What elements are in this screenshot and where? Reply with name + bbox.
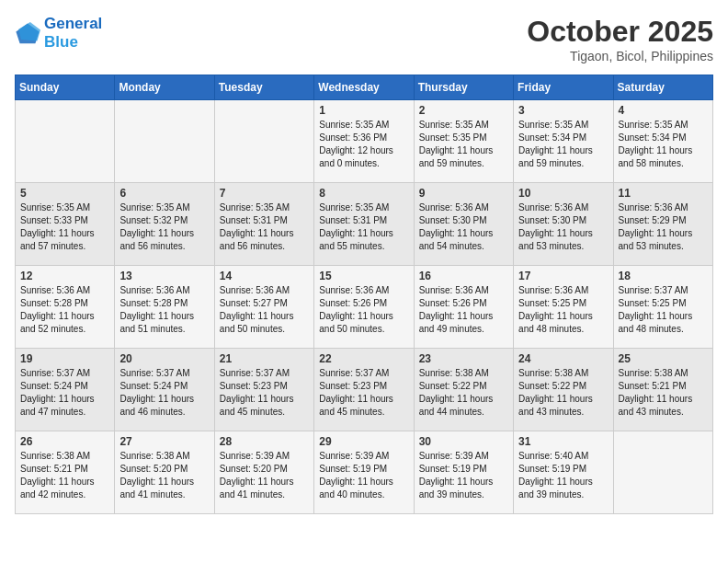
weekday-header-tuesday: Tuesday xyxy=(214,75,313,100)
calendar-cell: 20Sunrise: 5:37 AM Sunset: 5:24 PM Dayli… xyxy=(115,349,214,431)
day-number: 1 xyxy=(319,104,408,117)
logo-icon xyxy=(15,20,40,46)
location: Tigaon, Bicol, Philippines xyxy=(527,49,713,63)
day-number: 3 xyxy=(518,104,608,117)
calendar-cell: 12Sunrise: 5:36 AM Sunset: 5:28 PM Dayli… xyxy=(16,266,115,349)
day-number: 7 xyxy=(220,187,309,200)
calendar-table: SundayMondayTuesdayWednesdayThursdayFrid… xyxy=(15,75,713,514)
day-number: 2 xyxy=(419,104,508,117)
weekday-header-thursday: Thursday xyxy=(414,75,513,100)
day-info: Sunrise: 5:36 AM Sunset: 5:28 PM Dayligh… xyxy=(20,284,109,336)
day-info: Sunrise: 5:38 AM Sunset: 5:21 PM Dayligh… xyxy=(619,367,708,419)
weekday-header-saturday: Saturday xyxy=(613,75,712,100)
day-info: Sunrise: 5:35 AM Sunset: 5:34 PM Dayligh… xyxy=(518,119,608,170)
day-info: Sunrise: 5:38 AM Sunset: 5:22 PM Dayligh… xyxy=(419,367,508,419)
day-number: 13 xyxy=(119,270,209,282)
calendar-cell: 2Sunrise: 5:35 AM Sunset: 5:35 PM Daylig… xyxy=(414,100,513,183)
day-number: 29 xyxy=(319,435,408,448)
calendar-cell: 19Sunrise: 5:37 AM Sunset: 5:24 PM Dayli… xyxy=(16,349,115,431)
calendar-cell: 4Sunrise: 5:35 AM Sunset: 5:34 PM Daylig… xyxy=(613,100,712,183)
day-info: Sunrise: 5:35 AM Sunset: 5:31 PM Dayligh… xyxy=(319,201,408,253)
day-number: 27 xyxy=(119,435,209,448)
month-title: October 2025 xyxy=(527,15,713,49)
day-number: 26 xyxy=(20,435,109,448)
day-number: 22 xyxy=(319,352,408,365)
calendar-cell: 15Sunrise: 5:36 AM Sunset: 5:26 PM Dayli… xyxy=(314,266,414,349)
day-number: 23 xyxy=(419,352,508,365)
calendar-cell: 3Sunrise: 5:35 AM Sunset: 5:34 PM Daylig… xyxy=(514,100,613,183)
day-info: Sunrise: 5:38 AM Sunset: 5:20 PM Dayligh… xyxy=(119,450,209,501)
calendar-cell: 26Sunrise: 5:38 AM Sunset: 5:21 PM Dayli… xyxy=(16,431,115,514)
day-info: Sunrise: 5:35 AM Sunset: 5:34 PM Dayligh… xyxy=(619,119,708,170)
day-info: Sunrise: 5:40 AM Sunset: 5:19 PM Dayligh… xyxy=(518,450,608,501)
calendar-cell: 6Sunrise: 5:35 AM Sunset: 5:32 PM Daylig… xyxy=(115,183,214,266)
calendar-cell: 11Sunrise: 5:36 AM Sunset: 5:29 PM Dayli… xyxy=(613,183,712,266)
weekday-header-sunday: Sunday xyxy=(16,75,115,100)
day-info: Sunrise: 5:36 AM Sunset: 5:26 PM Dayligh… xyxy=(419,284,508,336)
weekday-header-friday: Friday xyxy=(514,75,613,100)
day-number: 10 xyxy=(518,187,608,200)
day-number: 6 xyxy=(119,187,209,200)
calendar-header: SundayMondayTuesdayWednesdayThursdayFrid… xyxy=(16,75,713,100)
day-info: Sunrise: 5:35 AM Sunset: 5:35 PM Dayligh… xyxy=(419,119,508,170)
weekday-header-wednesday: Wednesday xyxy=(314,75,414,100)
day-info: Sunrise: 5:38 AM Sunset: 5:21 PM Dayligh… xyxy=(20,450,109,501)
day-number: 9 xyxy=(419,187,508,200)
calendar-cell xyxy=(214,100,313,183)
calendar-cell: 21Sunrise: 5:37 AM Sunset: 5:23 PM Dayli… xyxy=(214,349,313,431)
day-info: Sunrise: 5:36 AM Sunset: 5:29 PM Dayligh… xyxy=(619,201,708,253)
calendar-cell xyxy=(613,431,712,514)
day-info: Sunrise: 5:39 AM Sunset: 5:20 PM Dayligh… xyxy=(220,450,309,501)
calendar-cell: 24Sunrise: 5:38 AM Sunset: 5:22 PM Dayli… xyxy=(514,349,613,431)
day-number: 17 xyxy=(518,270,608,282)
weekday-header-row: SundayMondayTuesdayWednesdayThursdayFrid… xyxy=(16,75,713,100)
week-row-5: 26Sunrise: 5:38 AM Sunset: 5:21 PM Dayli… xyxy=(16,431,713,514)
calendar-cell: 17Sunrise: 5:36 AM Sunset: 5:25 PM Dayli… xyxy=(514,266,613,349)
day-info: Sunrise: 5:37 AM Sunset: 5:23 PM Dayligh… xyxy=(220,367,309,419)
calendar-cell: 30Sunrise: 5:39 AM Sunset: 5:19 PM Dayli… xyxy=(414,431,513,514)
calendar-cell: 9Sunrise: 5:36 AM Sunset: 5:30 PM Daylig… xyxy=(414,183,513,266)
calendar-cell: 13Sunrise: 5:36 AM Sunset: 5:28 PM Dayli… xyxy=(115,266,214,349)
calendar-cell: 27Sunrise: 5:38 AM Sunset: 5:20 PM Dayli… xyxy=(115,431,214,514)
day-info: Sunrise: 5:37 AM Sunset: 5:24 PM Dayligh… xyxy=(20,367,109,419)
day-number: 5 xyxy=(20,187,109,200)
day-number: 24 xyxy=(518,352,608,365)
calendar-cell: 31Sunrise: 5:40 AM Sunset: 5:19 PM Dayli… xyxy=(514,431,613,514)
page-header: General Blue October 2025 Tigaon, Bicol,… xyxy=(15,15,713,63)
day-number: 20 xyxy=(119,352,209,365)
day-info: Sunrise: 5:36 AM Sunset: 5:30 PM Dayligh… xyxy=(419,201,508,253)
calendar-cell: 25Sunrise: 5:38 AM Sunset: 5:21 PM Dayli… xyxy=(613,349,712,431)
calendar-cell xyxy=(16,100,115,183)
calendar-cell: 1Sunrise: 5:35 AM Sunset: 5:36 PM Daylig… xyxy=(314,100,414,183)
calendar-cell: 16Sunrise: 5:36 AM Sunset: 5:26 PM Dayli… xyxy=(414,266,513,349)
logo: General Blue xyxy=(15,15,102,52)
calendar-cell: 18Sunrise: 5:37 AM Sunset: 5:25 PM Dayli… xyxy=(613,266,712,349)
day-info: Sunrise: 5:37 AM Sunset: 5:25 PM Dayligh… xyxy=(619,284,708,336)
day-number: 28 xyxy=(220,435,309,448)
day-number: 30 xyxy=(419,435,508,448)
week-row-4: 19Sunrise: 5:37 AM Sunset: 5:24 PM Dayli… xyxy=(16,349,713,431)
day-number: 18 xyxy=(619,270,708,282)
day-info: Sunrise: 5:35 AM Sunset: 5:36 PM Dayligh… xyxy=(319,119,408,170)
title-block: October 2025 Tigaon, Bicol, Philippines xyxy=(527,15,713,63)
day-info: Sunrise: 5:39 AM Sunset: 5:19 PM Dayligh… xyxy=(319,450,408,501)
calendar-cell: 22Sunrise: 5:37 AM Sunset: 5:23 PM Dayli… xyxy=(314,349,414,431)
day-number: 14 xyxy=(220,270,309,282)
day-info: Sunrise: 5:36 AM Sunset: 5:27 PM Dayligh… xyxy=(220,284,309,336)
day-info: Sunrise: 5:36 AM Sunset: 5:28 PM Dayligh… xyxy=(119,284,209,336)
day-number: 11 xyxy=(619,187,708,200)
day-number: 12 xyxy=(20,270,109,282)
calendar-cell: 8Sunrise: 5:35 AM Sunset: 5:31 PM Daylig… xyxy=(314,183,414,266)
day-number: 31 xyxy=(518,435,608,448)
calendar-cell: 5Sunrise: 5:35 AM Sunset: 5:33 PM Daylig… xyxy=(16,183,115,266)
day-info: Sunrise: 5:37 AM Sunset: 5:24 PM Dayligh… xyxy=(119,367,209,419)
week-row-2: 5Sunrise: 5:35 AM Sunset: 5:33 PM Daylig… xyxy=(16,183,713,266)
day-number: 16 xyxy=(419,270,508,282)
day-number: 8 xyxy=(319,187,408,200)
day-info: Sunrise: 5:36 AM Sunset: 5:30 PM Dayligh… xyxy=(518,201,608,253)
day-number: 15 xyxy=(319,270,408,282)
calendar-cell: 29Sunrise: 5:39 AM Sunset: 5:19 PM Dayli… xyxy=(314,431,414,514)
calendar-body: 1Sunrise: 5:35 AM Sunset: 5:36 PM Daylig… xyxy=(16,100,713,514)
day-info: Sunrise: 5:38 AM Sunset: 5:22 PM Dayligh… xyxy=(518,367,608,419)
day-number: 4 xyxy=(619,104,708,117)
